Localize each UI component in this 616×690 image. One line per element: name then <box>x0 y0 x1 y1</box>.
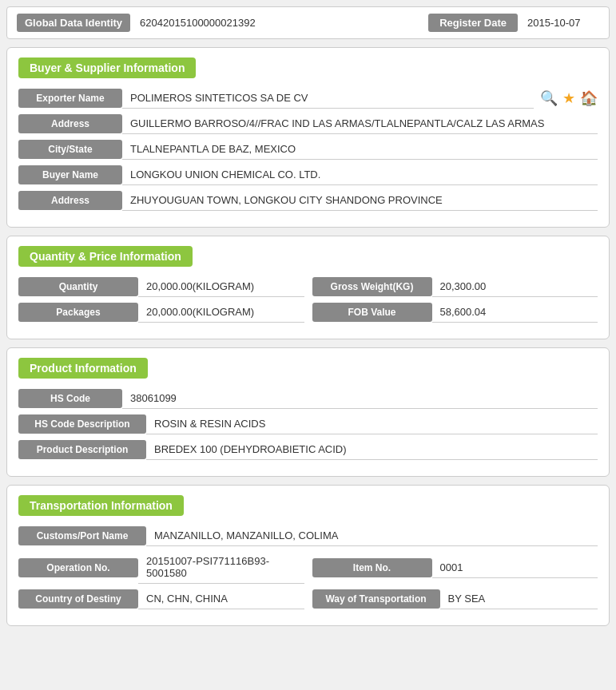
exporter-row: Exporter Name POLIMEROS SINTETICOS SA DE… <box>18 88 598 109</box>
country-way-row: Country of Destiny CN, CHN, CHINA Way of… <box>18 589 598 609</box>
exporter-label: Exporter Name <box>18 89 122 108</box>
gross-weight-label: Gross Weight(KG) <box>312 277 432 296</box>
way-value: BY SEA <box>440 589 598 609</box>
address1-value: GUILLERMO BARROSO/4//FRAC IND LAS ARMAS/… <box>122 113 598 134</box>
hscode-desc-row: HS Code Description ROSIN & RESIN ACIDS <box>18 414 598 434</box>
buyer-row: Buyer Name LONGKOU UNION CHEMICAL CO. LT… <box>18 165 598 185</box>
search-icon[interactable]: 🔍 <box>540 89 558 107</box>
customs-row: Customs/Port Name MANZANILLO, MANZANILLO… <box>18 525 598 546</box>
buyer-label: Buyer Name <box>18 165 122 184</box>
fob-value: 58,600.04 <box>432 302 598 323</box>
packages-label: Packages <box>18 303 138 322</box>
quantity-price-header: Quantity & Price Information <box>18 246 193 267</box>
register-date-label: Register Date <box>428 14 518 32</box>
address2-label: Address <box>18 191 122 210</box>
product-desc-label: Product Description <box>18 440 146 459</box>
exporter-value: POLIMEROS SINTETICOS SA DE CV <box>122 88 534 109</box>
citystate-label: City/State <box>18 140 122 159</box>
customs-label: Customs/Port Name <box>18 526 146 545</box>
product-desc-row: Product Description BREDEX 100 (DEHYDROA… <box>18 439 598 460</box>
transportation-section: Transportation Information Customs/Port … <box>6 485 610 626</box>
way-label: Way of Transportation <box>312 589 440 609</box>
buyer-value: LONGKOU UNION CHEMICAL CO. LTD. <box>122 165 598 185</box>
buyer-supplier-section: Buyer & Supplier Information Exporter Na… <box>6 47 610 228</box>
fob-pair: FOB Value 58,600.04 <box>312 302 598 323</box>
quantity-price-section: Quantity & Price Information Quantity 20… <box>6 236 610 339</box>
country-pair: Country of Destiny CN, CHN, CHINA <box>18 589 304 609</box>
citystate-value: TLALNEPANTLA DE BAZ, MEXICO <box>122 139 598 160</box>
hscode-label: HS Code <box>18 389 122 408</box>
citystate-row: City/State TLALNEPANTLA DE BAZ, MEXICO <box>18 139 598 160</box>
global-id-value: 62042015100000021392 <box>140 17 419 29</box>
register-date-value: 2015-10-07 <box>527 17 599 29</box>
row-icons: 🔍 ★ 🏠 <box>540 89 598 107</box>
gross-weight-value: 20,300.00 <box>432 276 598 297</box>
top-bar: Global Data Identity 6204201510000002139… <box>6 6 610 39</box>
address2-value: ZHUYOUGUAN TOWN, LONGKOU CITY SHANDONG P… <box>122 190 598 211</box>
address1-row: Address GUILLERMO BARROSO/4//FRAC IND LA… <box>18 113 598 134</box>
operation-pair: Operation No. 20151007-PSI771116B93-5001… <box>18 551 304 584</box>
product-desc-value: BREDEX 100 (DEHYDROABIETIC ACID) <box>146 439 598 460</box>
way-pair: Way of Transportation BY SEA <box>312 589 598 609</box>
quantity-gross-row: Quantity 20,000.00(KILOGRAM) Gross Weigh… <box>18 276 598 297</box>
customs-value: MANZANILLO, MANZANILLO, COLIMA <box>146 525 598 546</box>
country-value: CN, CHN, CHINA <box>138 589 304 609</box>
hscode-value: 38061099 <box>122 388 598 409</box>
itemno-label: Item No. <box>312 558 432 577</box>
quantity-pair: Quantity 20,000.00(KILOGRAM) <box>18 276 304 297</box>
star-icon[interactable]: ★ <box>562 89 575 107</box>
packages-value: 20,000.00(KILOGRAM) <box>138 302 304 323</box>
quantity-label: Quantity <box>18 277 138 296</box>
itemno-value: 0001 <box>432 557 598 578</box>
operation-item-row: Operation No. 20151007-PSI771116B93-5001… <box>18 551 598 584</box>
product-info-section: Product Information HS Code 38061099 HS … <box>6 347 610 477</box>
buyer-supplier-header: Buyer & Supplier Information <box>18 58 196 78</box>
hscode-desc-value: ROSIN & RESIN ACIDS <box>146 414 598 434</box>
gross-weight-pair: Gross Weight(KG) 20,300.00 <box>312 276 598 297</box>
operation-label: Operation No. <box>18 558 138 577</box>
home-icon[interactable]: 🏠 <box>580 89 598 107</box>
hscode-row: HS Code 38061099 <box>18 388 598 409</box>
address2-row: Address ZHUYOUGUAN TOWN, LONGKOU CITY SH… <box>18 190 598 211</box>
product-info-header: Product Information <box>18 358 148 379</box>
operation-value: 20151007-PSI771116B93-5001580 <box>138 551 304 584</box>
quantity-value: 20,000.00(KILOGRAM) <box>138 276 304 297</box>
packages-pair: Packages 20,000.00(KILOGRAM) <box>18 302 304 323</box>
packages-fob-row: Packages 20,000.00(KILOGRAM) FOB Value 5… <box>18 302 598 323</box>
address1-label: Address <box>18 114 122 133</box>
itemno-pair: Item No. 0001 <box>312 551 598 584</box>
fob-label: FOB Value <box>312 303 432 322</box>
hscode-desc-label: HS Code Description <box>18 414 146 434</box>
global-id-label: Global Data Identity <box>17 14 130 32</box>
country-label: Country of Destiny <box>18 589 138 609</box>
transportation-header: Transportation Information <box>18 495 184 516</box>
